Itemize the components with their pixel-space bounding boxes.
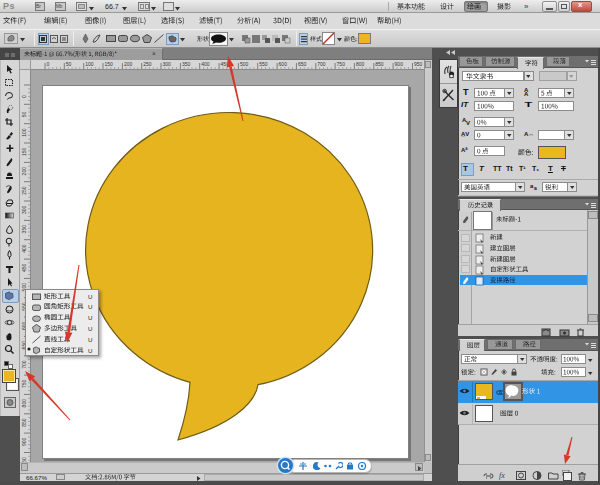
svg-text:800: 800 bbox=[21, 399, 27, 408]
svg-text:200: 200 bbox=[124, 61, 133, 67]
svg-text:100: 100 bbox=[21, 128, 27, 137]
svg-text:850: 850 bbox=[21, 418, 27, 427]
svg-text:350: 350 bbox=[21, 225, 27, 234]
svg-text:fx: fx bbox=[499, 471, 505, 480]
svg-text:900: 900 bbox=[395, 61, 404, 67]
svg-text:50: 50 bbox=[21, 112, 27, 118]
svg-text:450: 450 bbox=[221, 61, 230, 67]
svg-text:750: 750 bbox=[21, 380, 27, 389]
svg-text:450: 450 bbox=[21, 264, 27, 273]
svg-text:200: 200 bbox=[21, 167, 27, 176]
svg-text:550: 550 bbox=[259, 61, 268, 67]
svg-text:300: 300 bbox=[21, 205, 27, 214]
svg-text:0: 0 bbox=[47, 61, 50, 67]
svg-text:0: 0 bbox=[21, 95, 27, 98]
svg-text:150: 150 bbox=[21, 147, 27, 156]
svg-text:150: 150 bbox=[105, 61, 114, 67]
svg-text:250: 250 bbox=[21, 186, 27, 195]
svg-text:400: 400 bbox=[201, 61, 210, 67]
svg-text:850: 850 bbox=[375, 61, 384, 67]
svg-text:500: 500 bbox=[240, 61, 249, 67]
svg-text:700: 700 bbox=[21, 360, 27, 369]
svg-text:300: 300 bbox=[163, 61, 172, 67]
svg-text:900: 900 bbox=[21, 438, 27, 447]
svg-text:800: 800 bbox=[356, 61, 365, 67]
svg-text:750: 750 bbox=[337, 61, 346, 67]
svg-text:350: 350 bbox=[182, 61, 191, 67]
svg-text:50: 50 bbox=[66, 61, 72, 67]
svg-text:600: 600 bbox=[279, 61, 288, 67]
svg-text:250: 250 bbox=[143, 61, 152, 67]
svg-text:100: 100 bbox=[85, 61, 94, 67]
svg-text:650: 650 bbox=[298, 61, 307, 67]
svg-text:400: 400 bbox=[21, 244, 27, 253]
svg-text:950: 950 bbox=[414, 61, 423, 67]
svg-text:700: 700 bbox=[317, 61, 326, 67]
